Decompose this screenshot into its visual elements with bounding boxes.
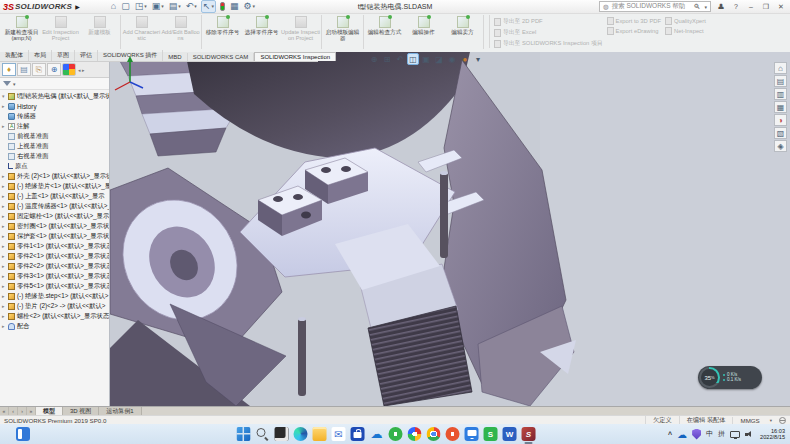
- save-icon[interactable]: ▣▾: [151, 1, 165, 12]
- file-properties-icon[interactable]: ▦: [229, 1, 240, 12]
- ribbon-button[interactable]: 启动模板编辑器: [323, 15, 362, 41]
- export-cn-item[interactable]: 导出至 Excel: [494, 28, 603, 37]
- ribbon-button[interactable]: Edit Inspection Project: [41, 15, 80, 41]
- web-help-globe-icon[interactable]: [779, 417, 786, 424]
- volume-icon[interactable]: [745, 430, 755, 439]
- ribbon-button[interactable]: 移除零件序号: [203, 15, 242, 35]
- chrome-taskbar-icon[interactable]: [427, 427, 441, 441]
- custom-properties-icon[interactable]: ▧: [774, 127, 787, 139]
- task-view-taskbar-icon[interactable]: [275, 427, 289, 441]
- login-icon[interactable]: 👤︎: [716, 3, 726, 10]
- tree-item[interactable]: ▸(-) 垫片 (2)<2> -> (默认<<默认>: [0, 301, 109, 311]
- rebuild-icon[interactable]: [219, 1, 226, 12]
- save-dropdown-icon[interactable]: ▾: [161, 4, 164, 9]
- onedrive-taskbar-icon[interactable]: ☁: [370, 427, 384, 441]
- ribbon-button[interactable]: 新建检查项目 (amp;N): [2, 15, 41, 41]
- tab-MBD[interactable]: MBD: [163, 53, 187, 61]
- tab-装配体[interactable]: 装配体: [0, 50, 29, 61]
- feature-manager-tab[interactable]: ♦: [2, 63, 16, 76]
- configuration-manager-tab[interactable]: ⎘: [32, 63, 46, 76]
- display-manager-tab[interactable]: ●: [62, 63, 76, 76]
- select-cursor-dropdown-icon[interactable]: ▾: [211, 4, 214, 9]
- onedrive-tray-icon[interactable]: ☁: [677, 429, 687, 440]
- tree-item[interactable]: 上视基准面: [0, 141, 109, 151]
- display-tray-icon[interactable]: [730, 431, 740, 438]
- export-en-item[interactable]: Export eDrawing: [607, 27, 661, 35]
- tree-item[interactable]: 前视基准面: [0, 131, 109, 141]
- ime-mode-indicator[interactable]: 拼: [718, 429, 725, 439]
- ribbon-button[interactable]: Update Inspection Project: [281, 15, 320, 41]
- tree-item[interactable]: ▸保护套<1> (默认<<默认>_显示状: [0, 231, 109, 241]
- tab-scroll-arrows[interactable]: ◂ ▸: [78, 67, 84, 73]
- options-dropdown-icon[interactable]: ▾: [253, 4, 256, 9]
- ribbon-button[interactable]: Add Characteristic: [122, 15, 161, 41]
- ribbon-button[interactable]: 编辑检查方式: [365, 15, 404, 35]
- ime-language-indicator[interactable]: 中: [706, 429, 713, 439]
- undo-icon[interactable]: ↶▾: [185, 1, 198, 12]
- hide-show-items-icon[interactable]: ◉: [446, 53, 458, 65]
- tree-root[interactable]: ▾t型铠装热电偶 (默认<默认_显示状态-1: [0, 91, 109, 101]
- app-s-taskbar-icon[interactable]: S: [484, 427, 498, 441]
- browser-red-taskbar-icon[interactable]: [446, 427, 460, 441]
- mail-taskbar-icon[interactable]: ✉: [332, 427, 346, 441]
- doc-tab-scroll-0[interactable]: «: [0, 407, 9, 415]
- tree-item[interactable]: ▸零件2<1> (默认<<默认>_显示状态: [0, 251, 109, 261]
- tab-SOLIDWORKS Inspection[interactable]: SOLIDWORKS Inspection: [254, 52, 336, 61]
- doc-tab-模型[interactable]: 模型: [36, 407, 63, 415]
- design-library-icon[interactable]: ▤: [774, 75, 787, 87]
- minimize-button[interactable]: –: [746, 3, 756, 10]
- search-icon[interactable]: 🔍︎: [693, 3, 700, 10]
- file-explorer-icon[interactable]: ▥: [774, 88, 787, 100]
- tab-SOLIDWORKS CAM[interactable]: SOLIDWORKS CAM: [188, 53, 255, 61]
- edit-appearance-icon[interactable]: ●: [459, 53, 471, 65]
- export-cn-item[interactable]: 导出至 SOLIDWORKS Inspection 项目: [494, 39, 603, 48]
- print-icon[interactable]: ▤▾: [168, 1, 182, 12]
- ribbon-button[interactable]: 编辑操作: [404, 15, 443, 35]
- start-taskbar-icon[interactable]: [237, 427, 251, 441]
- tab-草图[interactable]: 草图: [52, 50, 75, 61]
- tree-item[interactable]: ▸(-) 绝缘垫片<1> (默认<<默认>_显: [0, 181, 109, 191]
- dimxpert-manager-tab[interactable]: ⊕: [47, 63, 61, 76]
- options-icon[interactable]: ⚙▾: [242, 1, 256, 12]
- clock[interactable]: 16:03 2022/8/15: [760, 428, 785, 441]
- pc-manager-taskbar-icon[interactable]: [465, 427, 479, 441]
- tree-item[interactable]: ▸密封圈<1> (默认<<默认>_显示状: [0, 221, 109, 231]
- browser-360-taskbar-icon[interactable]: [408, 427, 422, 441]
- tree-item[interactable]: ▸零件2<2> (默认<<默认>_显示状态: [0, 261, 109, 271]
- security-shield-icon[interactable]: [692, 429, 701, 440]
- forum-icon[interactable]: ◈: [774, 140, 787, 152]
- solidworks-taskbar-icon[interactable]: S: [522, 427, 536, 441]
- home-icon[interactable]: ⌂: [110, 1, 117, 12]
- tree-item[interactable]: ▸外壳 (2)<1> (默认<<默认>_显示状: [0, 171, 109, 181]
- select-cursor-icon[interactable]: ↖▾: [201, 0, 216, 13]
- tree-item[interactable]: 右视基准面: [0, 151, 109, 161]
- zoom-fit-icon[interactable]: ⊕: [368, 53, 380, 65]
- edge-taskbar-icon[interactable]: [294, 427, 308, 441]
- tree-item[interactable]: ▸注解: [0, 121, 109, 131]
- tree-filter[interactable]: ▾: [0, 78, 109, 90]
- browser-green-taskbar-icon[interactable]: [389, 427, 403, 441]
- help-button[interactable]: ?: [731, 3, 741, 10]
- zoom-area-icon[interactable]: ⊞: [381, 53, 393, 65]
- store-taskbar-icon[interactable]: [351, 427, 365, 441]
- appearances-icon[interactable]: ◑: [774, 114, 787, 126]
- tree-item[interactable]: ▸History: [0, 101, 109, 111]
- tree-item[interactable]: ▸零件5<1> (默认<<默认>_显示状态: [0, 281, 109, 291]
- quality-item[interactable]: Net-Inspect: [665, 27, 706, 35]
- tree-item[interactable]: ▸配合: [0, 321, 109, 331]
- tree-item[interactable]: 传感器: [0, 111, 109, 121]
- filter-dropdown-icon[interactable]: ▾: [13, 81, 16, 87]
- doc-tab-scroll-1[interactable]: ‹: [9, 407, 18, 415]
- tree-item[interactable]: ▸(-) 上盖<1> (默认<<默认>_显示: [0, 191, 109, 201]
- app-w-taskbar-icon[interactable]: W: [503, 427, 517, 441]
- tray-chevron-icon[interactable]: ^: [668, 431, 672, 438]
- doc-tab-scroll-2[interactable]: ›: [18, 407, 27, 415]
- previous-view-icon[interactable]: ↶: [394, 53, 406, 65]
- tree-item[interactable]: 原点: [0, 161, 109, 171]
- restore-button[interactable]: ❐: [761, 3, 771, 11]
- search-input[interactable]: ◍ 搜索 SOLIDWORKS 帮助 🔍︎ ▾: [599, 1, 711, 12]
- search-dropdown-icon[interactable]: ▾: [704, 4, 707, 10]
- open-dropdown-icon[interactable]: ▾: [144, 4, 147, 9]
- performance-badge[interactable]: 35% 0 K/s 0.1 K/s: [698, 366, 762, 389]
- 3d-viewport[interactable]: ⊕⊞↶◫▣◪◉●▾ ⌂▤▥▦◑▧◈ 35% 0 K/s 0.1 K/s: [110, 52, 790, 406]
